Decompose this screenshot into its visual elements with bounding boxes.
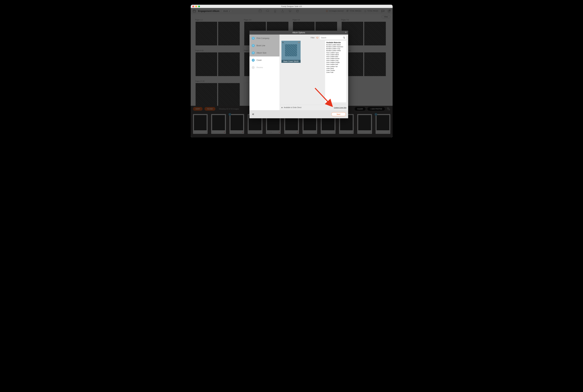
available-direct-label: Available to Order Direct xyxy=(284,106,302,108)
step-item[interactable]: 1Print Company xyxy=(249,34,279,42)
zoom-window-button[interactable] xyxy=(198,6,200,7)
window-controls xyxy=(192,6,200,7)
materials-list: Bonded Leather BlackBonded Leather Espre… xyxy=(326,44,345,73)
material-item: Faux Leather Gray xyxy=(326,60,345,62)
step-label: Review xyxy=(257,66,263,69)
step-number: 1 xyxy=(252,37,255,40)
window-title: Fundy Designer Suite v10 xyxy=(191,5,393,7)
step-number: 2 xyxy=(252,44,255,47)
pane-bottom-row: ★ Available to Order Direct Custom Cover… xyxy=(279,105,348,110)
favorite-filter-icon[interactable] xyxy=(316,36,319,39)
material-item: Linen Sand xyxy=(326,68,345,70)
modal-close-button[interactable]: ✕ xyxy=(345,31,347,34)
step-label: Album Size xyxy=(257,52,267,54)
cover-option[interactable]: ★ Basic Cover 10x10 xyxy=(281,41,301,105)
pane-main: ★ Basic Cover 10x10 Available Materials … xyxy=(279,41,348,105)
materials-heading: Available Materials xyxy=(326,42,345,44)
material-item: Linen Tundra xyxy=(326,70,345,72)
modal-body: 1Print Company2Book Line3Album Size4Cove… xyxy=(249,34,348,110)
step-number xyxy=(252,66,255,69)
material-item: Bonded Leather Black xyxy=(326,44,345,46)
step-item[interactable]: 4Cover xyxy=(249,56,279,64)
step-sidebar: 1Print Company2Book Line3Album Size4Cove… xyxy=(249,34,279,110)
material-item: Bonded Leather Gray xyxy=(326,48,345,50)
next-button[interactable]: Next xyxy=(331,112,346,116)
material-item: Linen Tusk xyxy=(326,72,345,73)
favorite-cover-icon[interactable] xyxy=(298,41,300,44)
modal-header: Album Options ✕ xyxy=(249,31,348,34)
direct-order-star-icon: ★ xyxy=(282,41,284,44)
modal-footer: Next xyxy=(249,110,348,118)
step-number: 3 xyxy=(252,52,255,54)
step-label: Book Line xyxy=(257,44,265,47)
filter-label: Filter xyxy=(311,37,315,38)
minimize-window-button[interactable] xyxy=(195,6,197,7)
material-item: Faux Leather Blue xyxy=(326,56,345,58)
app-window: Fundy Designer Suite v10 Engagement Albu… xyxy=(191,5,393,138)
step-item: Review xyxy=(249,64,279,71)
cover-tile: ★ xyxy=(281,41,301,60)
modal-right-pane: Filter xyxy=(279,34,348,110)
step-label: Print Company xyxy=(257,37,269,40)
material-item: Faux Leather Aqua xyxy=(326,52,345,54)
material-item: Bonded Leather Espresso xyxy=(326,46,345,48)
search-icon[interactable] xyxy=(343,36,345,39)
modal-title: Album Options xyxy=(292,32,305,34)
titlebar: Fundy Designer Suite v10 xyxy=(191,5,393,8)
pane-filter-row: Filter xyxy=(279,34,348,41)
step-item[interactable]: 2Book Line xyxy=(249,42,279,49)
step-label: Cover xyxy=(257,59,262,61)
material-item: Faux Leather Purple xyxy=(326,62,345,64)
step-item[interactable]: 3Album Size xyxy=(249,49,279,56)
step-number: 4 xyxy=(252,59,255,62)
cover-caption: Basic Cover 10x10 xyxy=(281,60,301,63)
back-button[interactable] xyxy=(252,113,255,116)
materials-panel: Available Materials Bonded Leather Black… xyxy=(325,41,346,102)
chevrons-left-icon xyxy=(252,113,255,116)
album-options-modal: Album Options ✕ 1Print Company2Book Line… xyxy=(249,31,348,118)
material-item: Faux Leather Red xyxy=(326,64,345,66)
close-window-button[interactable] xyxy=(192,6,194,7)
material-item: Faux Leather Tan xyxy=(326,66,345,68)
material-item: Faux Leather Brown xyxy=(326,58,345,60)
material-item: Bonded Leather White xyxy=(326,50,345,52)
custom-cover-size-link[interactable]: Custom Cover Size xyxy=(334,107,346,108)
cover-swatch xyxy=(285,44,297,56)
material-item: Faux Leather Black xyxy=(326,54,345,56)
star-icon: ★ xyxy=(281,106,283,109)
search-input[interactable] xyxy=(320,37,346,38)
search-box xyxy=(320,36,346,40)
